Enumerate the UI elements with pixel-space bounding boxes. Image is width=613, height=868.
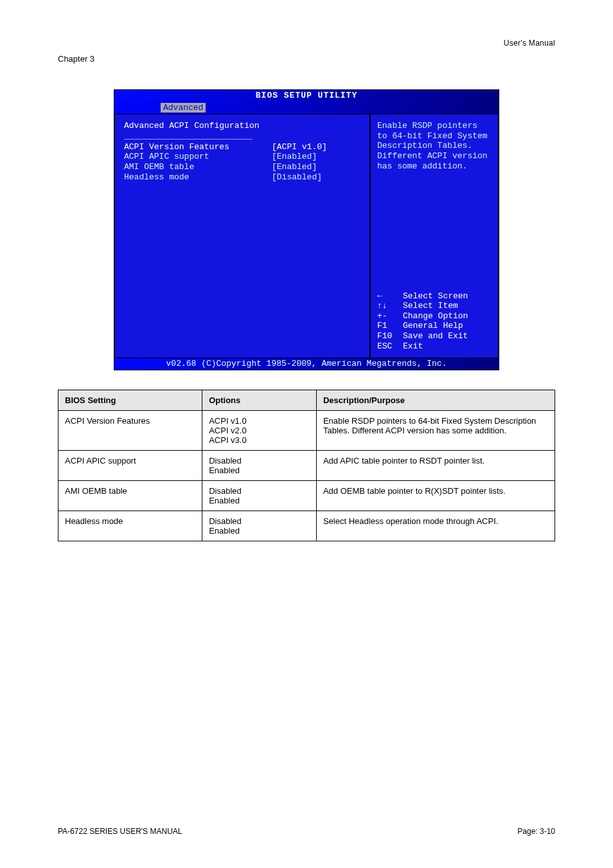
bios-divider	[124, 139, 253, 140]
header-text: User's Manual	[504, 39, 555, 48]
footer-page-number: Page: 3-10	[517, 827, 555, 836]
legend-row: ESC Exit	[377, 341, 492, 352]
bios-option-row[interactable]: ACPI Version Features [ACPI v1.0]	[124, 142, 360, 152]
bios-tabbar: Advanced	[114, 102, 499, 114]
table-cell: Disabled Enabled	[202, 480, 317, 511]
legend-label: Select Item	[403, 301, 458, 311]
table-cell: ACPI Version Features	[58, 410, 202, 450]
page-footer: PA-6722 SERIES USER'S MANUAL Page: 3-10	[0, 827, 613, 836]
table-row: AMI OEMB table Disabled Enabled Add OEMB…	[58, 480, 555, 511]
bios-screenshot: BIOS SETUP UTILITY Advanced Advanced ACP…	[114, 89, 499, 370]
bios-option-label: ACPI Version Features	[124, 142, 272, 152]
bios-option-value: [Enabled]	[272, 162, 317, 172]
chapter-text: Chapter 3	[58, 54, 94, 64]
bios-option-row[interactable]: Headless mode [Disabled]	[124, 172, 360, 183]
table-cell: Disabled Enabled	[202, 511, 317, 541]
legend-label: Save and Exit	[403, 331, 468, 341]
table-row: ACPI Version Features ACPI v1.0 ACPI v2.…	[58, 410, 555, 450]
bios-option-value: [Enabled]	[272, 152, 317, 162]
bios-left-panel: Advanced ACPI Configuration ACPI Version…	[114, 114, 370, 358]
bios-body: Advanced ACPI Configuration ACPI Version…	[114, 114, 499, 358]
legend-key: F10	[377, 331, 403, 341]
table-cell: Enable RSDP pointers to 64-bit Fixed Sys…	[316, 410, 555, 450]
legend-key: ↑↓	[377, 301, 403, 311]
table-header: BIOS Setting	[58, 390, 202, 410]
table-cell: Headless mode	[58, 511, 202, 541]
tab-advanced[interactable]: Advanced	[161, 103, 206, 113]
legend-key: ←	[377, 291, 403, 302]
table-cell: AMI OEMB table	[58, 480, 202, 511]
bios-help-text: Enable RSDP pointers to 64-bit Fixed Sys…	[377, 121, 492, 171]
bios-option-label: Headless mode	[124, 172, 272, 183]
chapter-label: Chapter 3	[58, 54, 555, 64]
table-cell: Add APIC table pointer to RSDT pointer l…	[316, 450, 555, 480]
bios-right-panel: Enable RSDP pointers to 64-bit Fixed Sys…	[370, 114, 499, 358]
legend-label: Change Option	[403, 311, 468, 321]
legend-key: ESC	[377, 341, 403, 352]
legend-label: Select Screen	[403, 291, 468, 302]
table-cell: ACPI APIC support	[58, 450, 202, 480]
legend-row: F1 General Help	[377, 321, 492, 331]
bios-option-value: [ACPI v1.0]	[272, 142, 327, 152]
legend-row: ← Select Screen	[377, 291, 492, 302]
bios-title: BIOS SETUP UTILITY	[114, 90, 499, 102]
legend-label: Exit	[403, 341, 423, 352]
bios-option-label: ACPI APIC support	[124, 152, 272, 162]
table-header-row: BIOS Setting Options Description/Purpose	[58, 390, 555, 410]
table-row: Headless mode Disabled Enabled Select He…	[58, 511, 555, 541]
legend-label: General Help	[403, 321, 463, 331]
bios-option-value: [Disabled]	[272, 172, 322, 183]
bios-options: ACPI Version Features [ACPI v1.0] ACPI A…	[124, 142, 360, 182]
footer-product: PA-6722 SERIES USER'S MANUAL	[58, 827, 182, 836]
bios-section-title: Advanced ACPI Configuration	[124, 121, 360, 131]
table-row: ACPI APIC support Disabled Enabled Add A…	[58, 450, 555, 480]
header-right: User's Manual	[58, 39, 555, 48]
table-cell: ACPI v1.0 ACPI v2.0 ACPI v3.0	[202, 410, 317, 450]
legend-key: F1	[377, 321, 403, 331]
table-cell: Disabled Enabled	[202, 450, 317, 480]
bios-footer: v02.68 (C)Copyright 1985-2009, American …	[114, 358, 499, 370]
legend-row: +- Change Option	[377, 311, 492, 321]
bios-legend: ← Select Screen ↑↓ Select Item +- Change…	[377, 291, 492, 352]
bios-option-row[interactable]: AMI OEMB table [Enabled]	[124, 162, 360, 172]
table-cell: Add OEMB table pointer to R(X)SDT pointe…	[316, 480, 555, 511]
legend-row: F10 Save and Exit	[377, 331, 492, 341]
bios-option-row[interactable]: ACPI APIC support [Enabled]	[124, 152, 360, 162]
legend-row: ↑↓ Select Item	[377, 301, 492, 311]
table-header: Description/Purpose	[316, 390, 555, 410]
legend-key: +-	[377, 311, 403, 321]
table-cell: Select Headless operation mode through A…	[316, 511, 555, 541]
table-header: Options	[202, 390, 317, 410]
settings-table: BIOS Setting Options Description/Purpose…	[58, 390, 555, 541]
bios-option-label: AMI OEMB table	[124, 162, 272, 172]
